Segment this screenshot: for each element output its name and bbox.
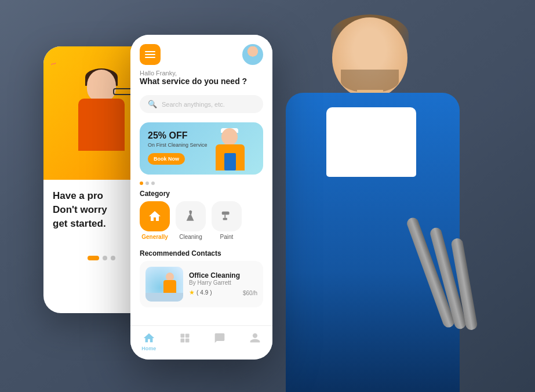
greeting-sub: Hallo Franky,: [140, 70, 263, 77]
banner-figure: [211, 122, 257, 175]
bottom-navigation: Home: [130, 325, 272, 360]
menu-line-1: [145, 51, 155, 52]
rec-bottom: ★ ( 4.9 ) $60/h: [189, 288, 257, 297]
phone-header: [130, 35, 272, 70]
girl-head: [87, 70, 116, 101]
rec-author: By Harry Garrett: [189, 280, 257, 286]
dot-1: [88, 256, 99, 260]
cleaner-figure: [211, 128, 252, 175]
cleaner-body: [216, 144, 245, 170]
avatar-image: [242, 44, 263, 65]
grid-icon: [179, 332, 191, 344]
profile-icon: [249, 332, 261, 344]
star-icon: ★: [189, 289, 195, 296]
recommended-card[interactable]: Office Cleaning By Harry Garrett ★ ( 4.9…: [140, 261, 263, 307]
dot-2: [103, 256, 107, 260]
rec-image: [145, 267, 183, 302]
category-generally[interactable]: Generally: [140, 201, 170, 240]
menu-line-2: [145, 54, 155, 55]
category-cleaning[interactable]: Cleaning: [176, 201, 206, 240]
book-now-button[interactable]: Book Now: [148, 153, 185, 165]
svg-rect-2: [223, 218, 227, 220]
rec-price: $60/h: [243, 288, 257, 297]
rec-info: Office Cleaning By Harry Garrett ★ ( 4.9…: [189, 271, 257, 297]
svg-rect-4: [185, 334, 190, 338]
grid-icon-svg: [179, 332, 191, 344]
nav-home[interactable]: Home: [141, 332, 156, 351]
rating-close: ): [210, 289, 212, 296]
rating-number: 4.9: [200, 289, 208, 296]
home-icon: [143, 332, 155, 344]
dot-3: [111, 256, 115, 260]
svg-rect-0: [222, 212, 230, 215]
menu-line-3: [145, 57, 155, 58]
search-bar[interactable]: 🔍 Search anythings, etc.: [140, 95, 263, 113]
house-icon-svg: [148, 209, 162, 223]
profile-icon-svg: [249, 332, 261, 344]
categories-list: Generally Cleaning: [130, 201, 272, 245]
worker-beard: [341, 70, 399, 93]
chat-icon: [213, 332, 226, 344]
rating-value: (: [196, 289, 198, 296]
paint-label: Paint: [220, 234, 234, 240]
menu-button[interactable]: [140, 44, 161, 65]
search-placeholder: Search anythings, etc.: [162, 101, 225, 108]
broom-icon-svg: [184, 210, 197, 223]
price-unit: /h: [253, 290, 257, 296]
svg-rect-6: [185, 339, 190, 343]
home-icon-svg: [143, 332, 155, 344]
worker-illustration: [257, 0, 500, 392]
cleaning-icon: [176, 201, 206, 231]
worker-shirt: [326, 107, 416, 177]
girl-figure: [64, 64, 139, 180]
promotion-banner[interactable]: 25% OFF On First Cleaning Service Book N…: [140, 122, 263, 175]
rec-rating: ★ ( 4.9 ): [189, 289, 212, 296]
cleaner-head: [221, 128, 238, 146]
svg-rect-5: [180, 339, 184, 343]
nav-profile[interactable]: [249, 332, 261, 351]
svg-rect-3: [180, 334, 184, 338]
nav-chat[interactable]: [213, 332, 226, 351]
rec-service-title: Office Cleaning: [189, 271, 257, 280]
worker-pipes: [425, 197, 483, 342]
user-avatar[interactable]: [242, 44, 263, 65]
greeting-section: Hallo Franky, What service do you need ?: [130, 70, 272, 90]
chat-icon-svg: [214, 332, 225, 344]
girl-body: [78, 99, 125, 151]
decoration-scribble: ~: [49, 57, 59, 71]
generally-icon: [140, 201, 170, 231]
greeting-main: What service do you need ?: [140, 77, 263, 86]
category-paint[interactable]: Paint: [212, 201, 242, 240]
nav-grid[interactable]: [179, 332, 191, 351]
search-icon: 🔍: [148, 100, 157, 108]
cleaning-label: Cleaning: [179, 234, 202, 240]
phone-main: Hallo Franky, What service do you need ?…: [130, 35, 272, 360]
generally-label: Generally: [141, 234, 168, 240]
recommended-title: Recommended Contacts: [130, 245, 272, 261]
nav-home-label: Home: [141, 346, 156, 351]
category-title: Category: [130, 185, 272, 201]
paint-icon: [212, 201, 242, 231]
svg-rect-1: [224, 215, 225, 218]
paint-icon-svg: [220, 210, 233, 223]
